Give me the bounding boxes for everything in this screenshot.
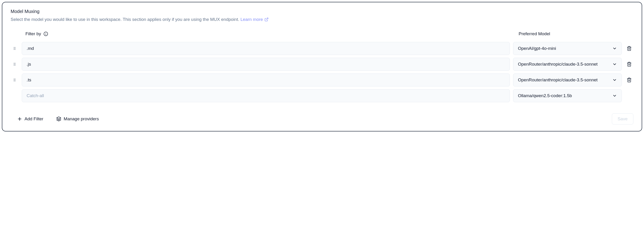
delete-button[interactable]: [625, 62, 633, 67]
chevron-down-icon: [612, 78, 617, 82]
filter-input-catchall[interactable]: [22, 89, 510, 102]
svg-point-17: [15, 65, 15, 65]
chevron-down-icon: [612, 62, 617, 67]
filter-row-catchall: Ollama/qwen2.5-coder:1.5b: [11, 89, 633, 102]
filter-row: OpenRouter/anthropic/claude-3.5-sonnet: [11, 58, 633, 71]
svg-point-14: [14, 64, 14, 64]
svg-point-4: [14, 47, 14, 48]
svg-line-0: [266, 18, 268, 20]
panel-description: Select the model you would like to use i…: [11, 17, 633, 22]
chevron-down-icon: [612, 93, 617, 98]
trash-icon: [627, 77, 632, 82]
svg-point-25: [15, 81, 15, 81]
svg-point-22: [14, 80, 14, 80]
model-select-value: Ollama/qwen2.5-coder:1.5b: [518, 93, 572, 98]
model-select[interactable]: OpenRouter/anthropic/claude-3.5-sonnet: [513, 73, 622, 86]
model-select-value: OpenAI/gpt-4o-mini: [518, 46, 556, 51]
delete-button[interactable]: [625, 77, 633, 82]
model-select-value: OpenRouter/anthropic/claude-3.5-sonnet: [518, 62, 598, 67]
filter-row: OpenRouter/anthropic/claude-3.5-sonnet: [11, 73, 633, 86]
grip-icon: [12, 46, 17, 51]
plus-icon: [17, 116, 22, 122]
svg-point-9: [15, 49, 15, 50]
manage-providers-label: Manage providers: [64, 116, 99, 122]
svg-point-15: [15, 64, 15, 64]
chevron-down-icon: [612, 46, 617, 51]
svg-point-21: [15, 79, 15, 79]
svg-point-6: [14, 48, 14, 49]
filter-row: OpenAI/gpt-4o-mini: [11, 42, 633, 55]
drag-handle[interactable]: [11, 78, 18, 82]
svg-point-8: [14, 49, 14, 50]
svg-point-20: [14, 79, 14, 79]
model-select-value: OpenRouter/anthropic/claude-3.5-sonnet: [518, 77, 598, 82]
filter-rows: OpenAI/gpt-4o-mini Op: [11, 42, 633, 102]
external-link-icon: [264, 17, 268, 22]
model-select[interactable]: OpenAI/gpt-4o-mini: [513, 42, 622, 55]
panel-title: Model Muxing: [11, 9, 633, 14]
footer-left: Add Filter Manage providers: [17, 116, 99, 122]
drag-handle[interactable]: [11, 62, 18, 66]
svg-point-24: [14, 81, 14, 81]
svg-point-23: [15, 80, 15, 80]
filter-input[interactable]: [22, 58, 510, 71]
svg-point-13: [15, 63, 15, 63]
filter-input[interactable]: [22, 73, 510, 86]
save-button[interactable]: Save: [612, 113, 633, 125]
trash-icon: [627, 46, 632, 51]
model-select[interactable]: Ollama/qwen2.5-coder:1.5b: [513, 89, 622, 102]
trash-icon: [627, 62, 632, 67]
model-select[interactable]: OpenRouter/anthropic/claude-3.5-sonnet: [513, 58, 622, 71]
add-filter-button[interactable]: Add Filter: [17, 116, 43, 122]
learn-more-link[interactable]: Learn more: [240, 17, 268, 22]
drag-handle[interactable]: [11, 46, 18, 51]
header-filter-by: Filter by: [22, 31, 513, 36]
model-muxing-panel: Model Muxing Select the model you would …: [2, 2, 642, 132]
grip-icon: [12, 62, 17, 66]
manage-providers-button[interactable]: Manage providers: [56, 116, 99, 122]
info-icon[interactable]: [44, 32, 48, 36]
panel-footer: Add Filter Manage providers Save: [11, 113, 633, 125]
learn-more-label: Learn more: [240, 17, 263, 22]
filter-by-label: Filter by: [26, 31, 41, 36]
svg-marker-30: [57, 117, 61, 119]
layers-icon: [56, 116, 61, 122]
table-headers: Filter by Preferred Model: [11, 31, 633, 36]
svg-point-7: [15, 48, 15, 49]
svg-point-12: [14, 63, 14, 63]
svg-point-16: [14, 65, 14, 65]
add-filter-label: Add Filter: [24, 116, 43, 122]
header-preferred-model: Preferred Model: [513, 31, 622, 36]
filter-input[interactable]: [22, 42, 510, 55]
description-text: Select the model you would like to use i…: [11, 17, 239, 22]
delete-button[interactable]: [625, 46, 633, 51]
grip-icon: [12, 78, 17, 82]
svg-point-5: [15, 47, 15, 48]
